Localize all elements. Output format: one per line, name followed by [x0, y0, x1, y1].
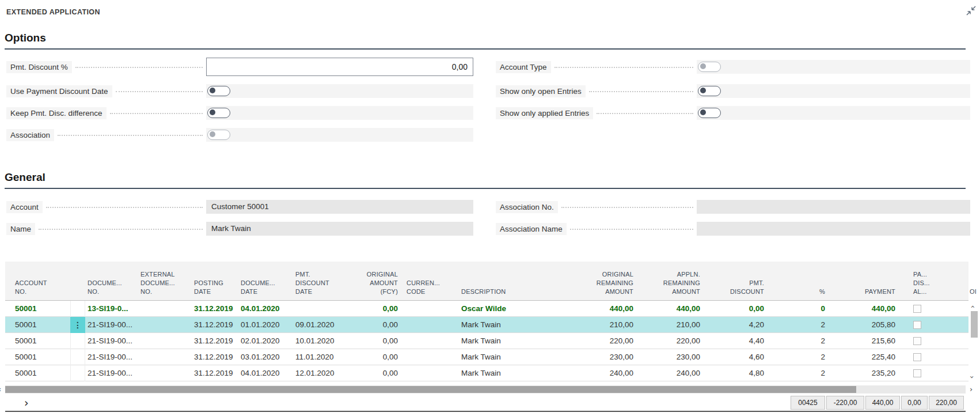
field-row-show-only-open: Show only open Entries — [496, 84, 697, 98]
row-handle-cell — [70, 349, 85, 365]
show-only-applied-entries-toggle[interactable] — [698, 108, 721, 118]
keep-pmt-disc-difference-toggle[interactable] — [207, 108, 230, 118]
cell-document-date: 03.01.2020 — [241, 349, 293, 365]
scroll-left-icon[interactable]: ‹ — [0, 385, 1, 393]
options-section-heading: Options — [5, 32, 46, 44]
field-row-association-name: Association Name — [496, 222, 697, 236]
scroll-right-icon[interactable]: › — [970, 385, 973, 393]
column-header-document-date[interactable]: DOCUME... DATE — [241, 279, 293, 296]
field-value-strip — [206, 84, 473, 98]
table-row[interactable]: 50001 13-SI19-0... 31.12.2019 04.01.2020… — [5, 301, 968, 317]
options-section-divider — [5, 48, 966, 50]
pmt-disc-allowed-checkbox[interactable] — [913, 305, 921, 313]
column-header-percent[interactable]: % — [773, 287, 825, 296]
field-value-strip — [697, 84, 970, 98]
dotted-leader — [75, 67, 203, 68]
cell-payment: 205,80 — [832, 317, 895, 333]
dotted-leader — [554, 67, 693, 68]
toggle-knob — [700, 109, 706, 115]
pmt-disc-allowed-checkbox[interactable] — [913, 369, 921, 377]
field-row-pmt-discount-pct: Pmt. Discount % — [6, 60, 206, 74]
row-menu-icon[interactable]: ⋮ — [70, 317, 85, 333]
association-no-value — [697, 200, 970, 214]
column-header-account-no[interactable]: ACCOUNT NO. — [15, 279, 66, 296]
footer-total-discount: 0,00 — [901, 396, 928, 410]
cell-percent: 2 — [773, 349, 825, 365]
field-row-association-no: Association No. — [496, 200, 697, 214]
keep-pmt-disc-difference-label: Keep Pmt. Disc. difference — [6, 107, 107, 119]
column-header-pmt-discount-date[interactable]: PMT. DISCOUNT DATE — [295, 270, 347, 296]
column-header-payment[interactable]: PAYMENT — [832, 287, 895, 296]
column-header-currency-code[interactable]: CURREN... CODE — [407, 279, 453, 296]
column-header-original-amount-fcy[interactable]: ORIGINAL AMOUNT (FCY) — [340, 270, 398, 296]
cell-document-no: 13-SI19-0... — [88, 301, 138, 317]
field-value-strip — [206, 106, 473, 120]
cell-original-amount-fcy: 0,00 — [340, 333, 398, 349]
column-header-appln-remaining-amount[interactable]: APPLN. REMAINING AMOUNT — [638, 270, 700, 296]
pmt-disc-allowed-checkbox[interactable] — [913, 321, 921, 329]
dotted-leader — [116, 91, 203, 92]
footer-total-remaining: 220,00 — [929, 396, 964, 410]
horizontal-scrollbar-thumb[interactable] — [5, 386, 856, 393]
pmt-disc-allowed-checkbox[interactable] — [913, 337, 921, 345]
table-row[interactable]: 50001 21-SI19-00... 31.12.2019 04.01.202… — [5, 365, 968, 381]
cell-description: Mark Twain — [461, 317, 562, 333]
footer-divider — [5, 411, 966, 412]
show-only-open-entries-toggle[interactable] — [698, 86, 721, 96]
dotted-leader — [561, 207, 693, 208]
cell-payment: 225,40 — [832, 349, 895, 365]
cell-original-remaining: 240,00 — [567, 365, 633, 381]
show-only-applied-entries-label: Show only applied Entries — [496, 107, 593, 119]
cell-description: Mark Twain — [461, 365, 562, 381]
cell-document-no: 21-SI19-00... — [88, 333, 138, 349]
row-handle-cell — [70, 333, 85, 349]
table-row-selected[interactable]: 50001 ⋮ 21-SI19-00... 31.12.2019 01.01.2… — [5, 317, 968, 333]
column-header-pmt-discount[interactable]: PMT. DISCOUNT — [703, 279, 764, 296]
cell-account-no: 50001 — [15, 349, 66, 365]
table-row[interactable]: 50001 21-SI19-00... 31.12.2019 03.01.202… — [5, 349, 968, 365]
table-row[interactable]: 50001 21-SI19-00... 31.12.2019 02.01.202… — [5, 333, 968, 349]
cell-posting-date: 31.12.2019 — [194, 301, 239, 317]
association-name-label: Association Name — [496, 223, 567, 235]
association-label: Association — [6, 129, 54, 141]
cell-document-no: 21-SI19-00... — [88, 317, 138, 333]
column-header-clipped[interactable]: OI — [970, 287, 980, 296]
toggle-knob — [210, 109, 215, 115]
grid-header: ACCOUNT NO. DOCUME... NO. EXTERNAL DOCUM… — [5, 262, 968, 301]
field-row-account: Account — [6, 200, 206, 214]
column-header-posting-date[interactable]: POSTING DATE — [194, 279, 239, 296]
footer-expand-chevron-icon[interactable]: › — [24, 396, 29, 409]
show-only-open-entries-label: Show only open Entries — [496, 85, 586, 97]
scroll-up-icon[interactable]: › — [968, 305, 976, 308]
column-header-external-document-no[interactable]: EXTERNAL DOCUME... NO. — [140, 270, 191, 296]
pmt-discount-pct-input[interactable] — [206, 58, 473, 76]
column-header-document-no[interactable]: DOCUME... NO. — [88, 279, 138, 296]
cell-pmt-discount: 0,00 — [703, 301, 764, 317]
toggle-knob — [700, 63, 706, 69]
cell-pmt-discount-date: 11.01.2020 — [295, 349, 347, 365]
footer-total-applied: 440,00 — [865, 396, 900, 410]
account-label: Account — [6, 201, 43, 213]
column-header-description[interactable]: DESCRIPTION — [461, 287, 562, 296]
field-value-strip — [206, 128, 473, 142]
scroll-down-icon[interactable]: › — [968, 376, 976, 379]
account-value: Customer 50001 — [206, 200, 473, 214]
cell-appln-remaining: 220,00 — [638, 333, 700, 349]
field-row-keep-pmt-disc-difference: Keep Pmt. Disc. difference — [6, 106, 206, 120]
cell-account-no: 50001 — [15, 365, 66, 381]
vertical-scrollbar-thumb[interactable] — [971, 311, 978, 338]
cell-pmt-discount: 4,80 — [703, 365, 764, 381]
cell-posting-date: 31.12.2019 — [194, 365, 239, 381]
cell-percent: 2 — [773, 365, 825, 381]
cell-posting-date: 31.12.2019 — [194, 349, 239, 365]
cell-document-no: 21-SI19-00... — [88, 365, 138, 381]
cell-description: Mark Twain — [461, 333, 562, 349]
dotted-leader — [597, 113, 693, 114]
cell-description: Oscar Wilde — [461, 301, 562, 317]
row-handle-cell — [70, 301, 85, 317]
pmt-disc-allowed-checkbox[interactable] — [913, 353, 921, 361]
column-header-original-remaining-amount[interactable]: ORIGINAL REMAINING AMOUNT — [567, 270, 633, 296]
collapse-window-icon[interactable] — [966, 6, 976, 16]
use-pmt-discount-date-toggle[interactable] — [207, 86, 230, 96]
column-header-pmt-disc-allowed[interactable]: PA... DIS... AL... — [913, 270, 937, 296]
